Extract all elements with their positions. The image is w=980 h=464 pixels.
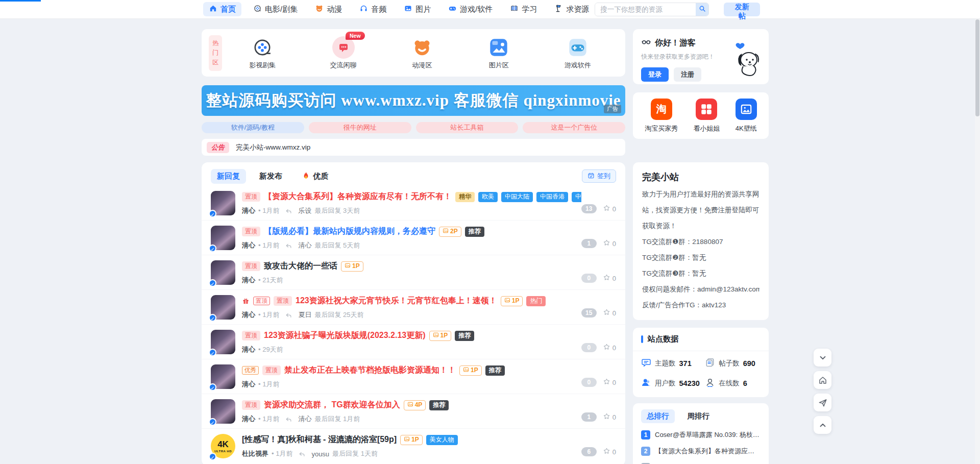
- tag-dark[interactable]: 推荐: [429, 400, 449, 410]
- scroll-down-button[interactable]: [814, 349, 831, 367]
- ranking-item[interactable]: 1Coser@香草喵露露 No.039: 杨枝甘露: [641, 430, 761, 439]
- thread-author[interactable]: 清心: [242, 310, 255, 320]
- ranking-tab-2[interactable]: 周排行: [682, 409, 716, 423]
- nav-item-home[interactable]: 首页: [203, 2, 241, 16]
- star-count[interactable]: 0: [603, 204, 616, 213]
- last-replier[interactable]: 清心: [298, 241, 311, 250]
- star-count[interactable]: 0: [603, 308, 616, 318]
- nav-item-flag[interactable]: 求资源: [549, 2, 595, 16]
- nav-item-image[interactable]: 图片: [398, 2, 436, 16]
- nav-item-gamepad[interactable]: 游戏/软件: [443, 2, 498, 16]
- tag-blue[interactable]: 欧美: [478, 192, 498, 202]
- avatar[interactable]: ✓: [211, 260, 235, 285]
- thread-row[interactable]: ✓优秀置顶禁止发布正在上映春节档抢版电影资源通知！！1P推荐清心• 1月前00: [202, 359, 625, 394]
- avatar[interactable]: ✓: [211, 191, 235, 215]
- thread-title[interactable]: 禁止发布正在上映春节档抢版电影资源通知！！: [284, 365, 456, 376]
- tag-gold[interactable]: 精华: [455, 192, 475, 202]
- star-count[interactable]: 0: [603, 378, 616, 387]
- tab-1[interactable]: 新回复: [211, 169, 246, 184]
- tag-blue[interactable]: 美女人物: [426, 435, 458, 445]
- thread-row[interactable]: ✓置顶【资源大合集系列】各种资源应有尽有！无所不有！精华欧美中国大陆中国香港中国…: [202, 186, 625, 221]
- avatar[interactable]: ✓: [211, 399, 235, 424]
- new-post-button[interactable]: 发新帖: [724, 3, 760, 16]
- avatar[interactable]: ✓: [211, 364, 235, 389]
- scrollbar-thumb[interactable]: [975, 19, 979, 116]
- search-area: 发新帖: [595, 3, 760, 16]
- thread-author[interactable]: 清心: [242, 380, 255, 389]
- thread-title[interactable]: 致攻击大佬的一些话: [264, 261, 337, 272]
- thread-row[interactable]: ✓置顶123资源社骗子曝光版块版规(2023.2.13更新)1P推荐清心• 29…: [202, 325, 625, 359]
- thread-title[interactable]: 【版规必看】最新站内版规内容规则，务必遵守: [264, 226, 435, 237]
- tag-dark[interactable]: 推荐: [465, 227, 484, 237]
- tag-blue[interactable]: 中国香港: [536, 192, 568, 202]
- avatar[interactable]: ✓: [211, 295, 235, 320]
- search-input[interactable]: [595, 3, 696, 16]
- star-count[interactable]: 0: [603, 239, 616, 248]
- last-replier[interactable]: 清心: [298, 414, 311, 424]
- thread-title[interactable]: [性感写！真]秋和柯基 - 湿漉漉的浴室[59p]: [242, 434, 397, 445]
- thread-author[interactable]: 清心: [242, 241, 255, 250]
- star-count[interactable]: 0: [603, 274, 616, 283]
- thread-row[interactable]: 4KULTRA HD✓[性感写！真]秋和柯基 - 湿漉漉的浴室[59p]1P美女…: [202, 429, 625, 463]
- ad-app-taobao[interactable]: 淘淘宝买家秀: [645, 99, 678, 133]
- star-count[interactable]: 0: [603, 412, 616, 422]
- tag-blue[interactable]: 中国大陆: [501, 192, 533, 202]
- thread-row[interactable]: ✓置顶资源求助交流群， TG群欢迎各位加入4P推荐清心• 1月前清心最后回复 1…: [202, 394, 625, 429]
- site-logo[interactable]: [0, 0, 41, 2]
- announcement-text[interactable]: 完美小站-www.wmxz.vip: [236, 143, 310, 152]
- thread-title[interactable]: 123资源社祝大家元宵节快乐！元宵节红包奉上！速领！: [296, 296, 497, 306]
- back-to-top-button[interactable]: [814, 416, 831, 434]
- thread-title[interactable]: 123资源社骗子曝光版块版规(2023.2.13更新): [264, 330, 426, 341]
- tab-3[interactable]: 优质: [296, 168, 334, 184]
- nav-item-headphones[interactable]: 音频: [354, 2, 392, 16]
- tab-2[interactable]: 新发布: [253, 169, 288, 184]
- thread-author[interactable]: 清心: [242, 345, 255, 354]
- star-count[interactable]: 0: [603, 343, 616, 352]
- ad-link-3[interactable]: 站长工具箱: [416, 122, 519, 133]
- ad-link-1[interactable]: 软件/源码/教程: [202, 122, 304, 133]
- login-button[interactable]: 登录: [641, 67, 669, 82]
- check-in-button[interactable]: 签到: [582, 169, 616, 183]
- thread-title[interactable]: 资源求助交流群， TG群欢迎各位加入: [264, 400, 400, 410]
- ranking-tab-1[interactable]: 总排行: [641, 409, 675, 423]
- ad-app-girls[interactable]: 看小姐姐: [693, 99, 720, 133]
- thread-row[interactable]: ✓置顶【版规必看】最新站内版规内容规则，务必遵守2P推荐清心• 1月前清心最后回…: [202, 221, 625, 255]
- last-replier[interactable]: 乐设: [298, 206, 311, 215]
- page-scrollbar[interactable]: [975, 0, 980, 464]
- nav-item-bear[interactable]: 动漫: [309, 2, 348, 16]
- avatar[interactable]: 4KULTRA HD✓: [211, 434, 235, 458]
- hot-category-bearbig[interactable]: 动漫区: [411, 36, 433, 70]
- thread-author[interactable]: 杜比视界: [242, 449, 268, 458]
- tag-dark[interactable]: 推荐: [455, 331, 474, 341]
- avatar[interactable]: ✓: [211, 226, 235, 250]
- avatar[interactable]: ✓: [211, 330, 235, 354]
- ad-app-wallpaper[interactable]: 4K壁纸: [736, 99, 757, 133]
- ad-link-4[interactable]: 这是一个广告位: [523, 122, 625, 133]
- feedback-button[interactable]: [814, 394, 831, 411]
- thread-title[interactable]: 【资源大合集系列】各种资源应有尽有！无所不有！: [264, 191, 452, 202]
- hot-category-imagebox[interactable]: 图片区: [487, 36, 510, 70]
- hot-category-filmreel[interactable]: 影视剧集: [249, 36, 276, 70]
- tag-blue[interactable]: 中国台湾: [572, 192, 581, 202]
- badge-pin: 置顶: [262, 365, 281, 375]
- thread-row[interactable]: ✓置顶置顶123资源社祝大家元宵节快乐！元宵节红包奉上！速领！1P热门清心• 1…: [202, 290, 625, 325]
- nav-item-book[interactable]: 学习: [504, 2, 543, 16]
- last-replier[interactable]: 夏日: [298, 310, 311, 320]
- register-button[interactable]: 注册: [674, 67, 701, 82]
- thread-author[interactable]: 清心: [242, 414, 255, 424]
- thread-row[interactable]: ✓置顶致攻击大佬的一些话1P清心• 21天前00: [202, 255, 625, 290]
- nav-item-film[interactable]: 电影/剧集: [248, 2, 303, 16]
- thread-author[interactable]: 清心: [242, 276, 255, 285]
- last-replier[interactable]: yousu: [311, 450, 329, 458]
- back-home-button[interactable]: [814, 371, 831, 389]
- hot-category-gamebox[interactable]: 游戏软件: [565, 36, 591, 70]
- ad-link-2[interactable]: 很牛的网址: [309, 122, 411, 133]
- thread-author[interactable]: 清心: [242, 206, 255, 215]
- tag-dark[interactable]: 推荐: [485, 365, 505, 376]
- search-button[interactable]: [696, 3, 708, 16]
- tag-hot[interactable]: 热门: [526, 296, 546, 306]
- hot-category-chatpink[interactable]: New交流闲聊: [330, 36, 357, 70]
- ad-banner[interactable]: 整站源码购买访问 www.wmxz.vip 客服微信 qingxinmovie …: [202, 85, 625, 116]
- star-count[interactable]: 0: [603, 447, 616, 456]
- ranking-item[interactable]: 2【资源大合集系列】各种资源应有尽: [641, 447, 761, 456]
